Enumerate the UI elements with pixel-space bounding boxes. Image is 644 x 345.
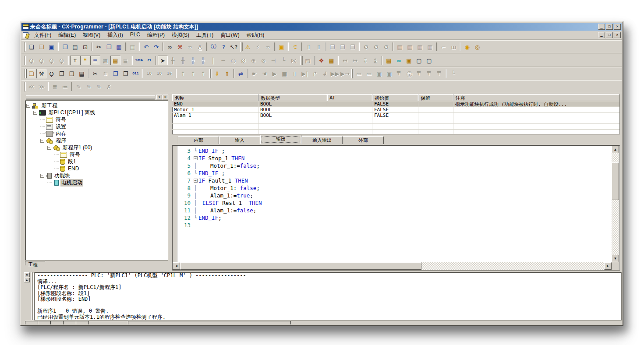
compile-all-plc-button[interactable]: ⚡ — [253, 42, 263, 52]
zoom-100-button[interactable]: Ϙ — [26, 56, 36, 65]
tab-输出[interactable]: 输出 — [260, 135, 301, 144]
indent-button[interactable]: ≫ — [36, 82, 46, 92]
toolbar-handle[interactable] — [24, 56, 25, 65]
force-cancel-bits-button[interactable]: 〒 — [435, 69, 445, 78]
step-in-button[interactable]: ↱ — [310, 69, 320, 78]
edit-rung-comment-button[interactable]: ▨ — [303, 56, 313, 65]
properties-button[interactable]: ▤ — [77, 69, 87, 78]
plc-mode-run-button[interactable]: ▦ — [425, 42, 435, 52]
goto-prev-address-button[interactable]: ↧ — [360, 56, 370, 65]
toolbar-handle[interactable] — [351, 69, 353, 78]
find-symbol-button[interactable]: ∞ — [185, 42, 195, 52]
upload-1-button[interactable]: ↑ — [178, 69, 188, 78]
output-tab-stub[interactable] — [50, 321, 64, 324]
st-comment-button[interactable]: % — [84, 82, 94, 92]
output-tab-stub[interactable] — [38, 321, 51, 324]
force-off-bit-button[interactable]: 〒 — [425, 69, 435, 78]
compile-button[interactable]: ⚠ — [243, 42, 253, 52]
tree-pane-menu-button[interactable]: ▾ — [156, 95, 162, 99]
st-editor[interactable]: 3└END_IF ;4−IF Stop_1 THEN5│Motor_1:=fal… — [172, 145, 620, 271]
project-tab[interactable]: 工程 — [25, 261, 45, 268]
new-button[interactable]: ❏ — [26, 42, 36, 52]
fold-marker[interactable]: − — [192, 156, 198, 160]
menu-item-工具[interactable]: 工具(T) — [193, 31, 217, 40]
show-program-list-button[interactable]: ▤ — [110, 56, 120, 65]
find-button[interactable]: ∞ — [165, 42, 175, 52]
new-or-closed-contact-button[interactable]: ╬ — [198, 56, 208, 65]
new-or-contact-button[interactable]: ╬ — [188, 56, 198, 65]
column-header-注释[interactable]: 注释 — [453, 94, 620, 101]
close-button[interactable]: ✕ — [614, 24, 621, 30]
document-icon[interactable] — [23, 32, 28, 38]
online-gear-3-button[interactable]: ⚙ — [381, 42, 391, 52]
address-reference-tool-button[interactable]: ❖ — [316, 56, 326, 65]
open-button[interactable]: ❒ — [36, 42, 46, 52]
tree-pane-close-button[interactable]: ✕ — [163, 95, 168, 99]
tree-item-功能块[interactable]: −功能块 — [26, 172, 168, 179]
editor-horizontal-scrollbar[interactable]: ◄ ► — [173, 262, 612, 270]
monitor-sheet-button[interactable]: ▢ — [424, 56, 434, 65]
vertical-scroll-thumb[interactable] — [612, 162, 619, 200]
page-setup-button[interactable]: ❐ — [60, 42, 70, 52]
monitor-io-2-button[interactable]: ▭ — [364, 69, 374, 78]
signed-decimal-monitor-button[interactable]: 10 — [154, 69, 164, 78]
cascade-windows-button[interactable]: ❐ — [57, 69, 67, 78]
toolbar-handle[interactable] — [24, 82, 25, 92]
table-row[interactable]: Alam_1BOOLFALSE — [172, 113, 619, 118]
watch-window-button[interactable]: ∞ — [394, 56, 404, 65]
rung-wrap-button[interactable]: ≣ — [120, 56, 131, 65]
help-button[interactable]: ? — [219, 42, 229, 52]
tree-item-段1[interactable]: 段1 — [26, 158, 168, 165]
redo-button[interactable]: ↷ — [151, 42, 161, 52]
compare-with-plc-button[interactable]: ⇄ — [236, 69, 246, 78]
collapse-icon[interactable]: − — [194, 179, 198, 183]
scroll-down-icon[interactable]: ▼ — [612, 255, 619, 262]
replace-button[interactable]: ⚒ — [175, 42, 185, 52]
column-header-初始值[interactable]: 初始值 — [372, 94, 418, 101]
table-row[interactable] — [172, 124, 619, 130]
step-out-button[interactable]: ↲ — [320, 69, 330, 78]
force-release-button[interactable]: ◎ — [472, 42, 482, 52]
new-coil-button[interactable]: ○ — [228, 56, 238, 65]
about-button[interactable]: ⓘ — [209, 42, 219, 52]
differential-step-button[interactable]: ⌐ — [439, 42, 449, 52]
show-ci-button[interactable]: CI — [144, 56, 154, 65]
tree-item-符号[interactable]: 符号 — [26, 151, 168, 158]
show-rung-annotation-button[interactable]: ≡ — [90, 56, 100, 65]
expand-minus-icon[interactable]: − — [40, 139, 44, 143]
invert-instruction-button[interactable]: ⊣ — [269, 56, 279, 65]
online-gear-1-button[interactable]: ⚙ — [361, 42, 371, 52]
menu-item-插入[interactable]: 插入(I) — [104, 31, 126, 40]
run-to-break-button[interactable]: ▶→ — [340, 69, 350, 78]
comment-display-button[interactable]: ≔ — [60, 82, 70, 92]
menu-item-模拟[interactable]: 模拟(S) — [168, 31, 193, 40]
show-sma-button[interactable]: SMA — [134, 56, 144, 65]
online-gear-2-button[interactable]: ⚙ — [371, 42, 381, 52]
column-header-保留[interactable]: 保留 — [418, 94, 453, 101]
toggle-project-window-button[interactable]: ❏ — [26, 69, 36, 78]
paste-special-button[interactable]: ▦ — [127, 42, 138, 52]
menu-item-窗口[interactable]: 窗口(W) — [217, 31, 243, 40]
table-row[interactable]: ENOBOOLFALSE指示功能块执行成功 (功能块被执行时, 自动设... — [172, 101, 619, 107]
fold-marker[interactable]: − — [192, 179, 198, 183]
new-keep-coil-button[interactable]: ⊗ — [258, 56, 269, 65]
new-set-coil-button[interactable]: ⊕ — [248, 56, 258, 65]
work-online-simulator-button[interactable]: ☚ — [259, 69, 269, 78]
tree-item-END[interactable]: END — [26, 165, 168, 172]
compile-output[interactable]: ---------------- PLC: '新PLC1' (PLC机型 'CP… — [34, 272, 622, 320]
monitor-io-4-button[interactable]: ▣ — [384, 69, 394, 78]
outdent-button[interactable]: ≪ — [26, 82, 36, 92]
vertical-line-button[interactable]: │ — [208, 56, 218, 65]
tree-item-电机启动[interactable]: 电机启动 — [26, 179, 168, 186]
zoom-out-button[interactable]: Ϙ — [57, 56, 67, 65]
save-button[interactable]: ▣ — [46, 42, 57, 52]
toolbar-handle[interactable] — [24, 69, 25, 78]
transfer-to-plc-button[interactable]: ⇓ — [212, 69, 222, 78]
pause-monitor-small-button[interactable]: Ⅱ — [304, 42, 314, 52]
toolbar-handle[interactable] — [300, 56, 301, 65]
align-list-button[interactable]: ≣ — [50, 82, 60, 92]
search-warning-button[interactable]: ∞ — [263, 42, 273, 52]
table-row[interactable] — [172, 118, 619, 124]
line-connect-mode-button[interactable]: └ — [448, 69, 458, 78]
menu-item-PLC[interactable]: PLC — [127, 31, 144, 40]
